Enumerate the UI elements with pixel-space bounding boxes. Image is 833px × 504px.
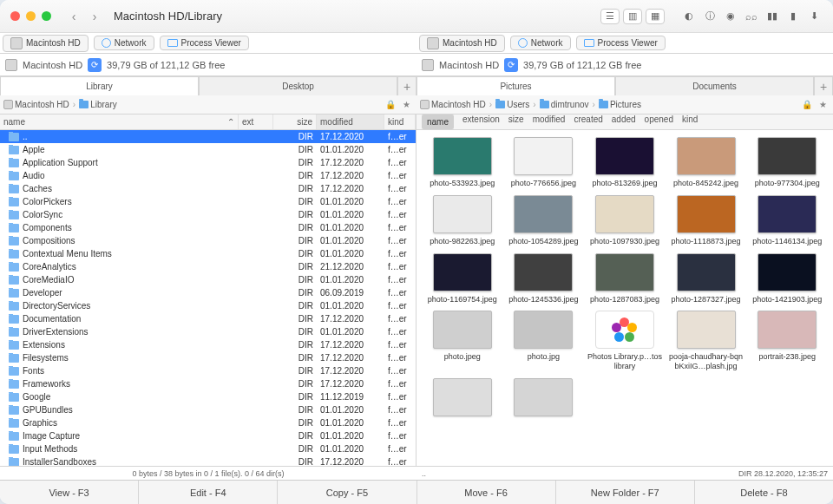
col-kind[interactable]: kind	[682, 115, 698, 129]
add-tab-button[interactable]: +	[814, 76, 833, 95]
tab-desktop[interactable]: Desktop	[199, 76, 397, 95]
file-row[interactable]: ..DIR17.12.2020f…er	[0, 130, 416, 143]
tab-library[interactable]: Library	[0, 76, 199, 95]
move-button[interactable]: Move - F6	[417, 481, 556, 504]
eye-icon[interactable]: ◉	[722, 9, 739, 24]
forward-button[interactable]: ›	[86, 8, 103, 25]
breadcrumb-segment[interactable]: Users	[495, 100, 529, 109]
thumbnail-item[interactable]: photo.jpeg	[423, 311, 502, 371]
file-row[interactable]: Contextual Menu ItemsDIR01.01.2020f…er	[0, 247, 416, 260]
add-tab-button[interactable]: +	[397, 76, 416, 95]
file-row[interactable]: CoreAnalyticsDIR21.12.2020f…er	[0, 260, 416, 273]
breadcrumb-segment[interactable]: Library	[79, 100, 117, 109]
file-list-left[interactable]: ..DIR17.12.2020f…erAppleDIR01.01.2020f…e…	[0, 130, 416, 466]
view-columns-icon[interactable]: ▥	[623, 9, 642, 24]
refresh-button[interactable]: ⟳	[504, 58, 518, 72]
view-grid-icon[interactable]: ▦	[646, 9, 665, 24]
binoculars-icon[interactable]: ⌕⌕	[743, 9, 760, 24]
tab-documents[interactable]: Documents	[615, 76, 814, 95]
col-kind[interactable]: kind	[384, 115, 416, 129]
copy-button[interactable]: Copy - F5	[278, 481, 416, 504]
info-icon[interactable]: ⓘ	[701, 9, 718, 24]
star-icon[interactable]: ★	[816, 98, 830, 112]
view-list-icon[interactable]: ☰	[600, 9, 620, 24]
thumbnail-item[interactable]	[505, 378, 583, 420]
lock-icon[interactable]: 🔒	[384, 98, 397, 112]
thumbnail-item[interactable]: photo-1097930.jpeg	[586, 195, 664, 246]
file-row[interactable]: GPUBundlesDIR01.01.2020f…er	[0, 403, 416, 416]
file-row[interactable]: DriverExtensionsDIR01.01.2020f…er	[0, 325, 416, 338]
down-icon[interactable]: ⬇	[805, 9, 823, 24]
edit-button[interactable]: Edit - F4	[139, 481, 278, 504]
thumbnail-item[interactable]: photo-1421903.jpeg	[748, 253, 826, 304]
back-button[interactable]: ‹	[65, 8, 82, 25]
file-row[interactable]: Image CaptureDIR01.01.2020f…er	[0, 429, 416, 442]
thumbnail-item[interactable]: photo-1146134.jpeg	[748, 195, 826, 246]
col-opened[interactable]: opened	[645, 115, 673, 129]
thumbnail-item[interactable]: photo-845242.jpeg	[667, 137, 745, 188]
star-icon[interactable]: ★	[399, 98, 413, 112]
thumbnail-item[interactable]: photo-1287327.jpeg	[667, 253, 745, 304]
thumbnail-item[interactable]	[423, 378, 502, 420]
file-row[interactable]: FontsDIR17.12.2020f…er	[0, 364, 416, 377]
tab-network-right[interactable]: Network	[510, 36, 571, 50]
zoom-icon[interactable]	[42, 11, 51, 21]
file-row[interactable]: DocumentationDIR17.12.2020f…er	[0, 312, 416, 325]
thumbnail-item[interactable]: photo-1245336.jpeg	[505, 253, 583, 304]
file-row[interactable]: GoogleDIR11.12.2019f…er	[0, 390, 416, 403]
file-row[interactable]: DirectoryServicesDIR01.01.2020f…er	[0, 299, 416, 312]
file-row[interactable]: Input MethodsDIR01.01.2020f…er	[0, 442, 416, 455]
thumbnail-item[interactable]: photo-1118873.jpeg	[667, 195, 745, 246]
col-name[interactable]: name	[422, 115, 454, 129]
thumbnail-item[interactable]: portrait-238.jpeg	[748, 311, 826, 371]
tab-macintosh-right[interactable]: Macintosh HD	[419, 35, 505, 52]
newfolder-button[interactable]: New Folder - F7	[556, 481, 695, 504]
view-button[interactable]: View - F3	[0, 481, 139, 504]
file-row[interactable]: CachesDIR17.12.2020f…er	[0, 182, 416, 195]
icon-grid-right[interactable]: photo-533923.jpegphoto-776656.jpegphoto-…	[416, 130, 833, 466]
thumbnail-item[interactable]: photo.jpg	[505, 311, 583, 371]
tab-process-left[interactable]: Process Viewer	[160, 36, 249, 50]
thumbnail-item[interactable]: photo-533923.jpeg	[423, 137, 502, 188]
breadcrumb-segment[interactable]: dimtrunov	[540, 100, 589, 109]
file-row[interactable]: FrameworksDIR17.12.2020f…er	[0, 377, 416, 390]
thumbnail-item[interactable]: photo-1169754.jpeg	[423, 253, 502, 304]
file-row[interactable]: AudioDIR17.12.2020f…er	[0, 169, 416, 182]
thumbnail-item[interactable]: photo-1054289.jpeg	[505, 195, 583, 246]
col-extension[interactable]: extension	[462, 115, 500, 129]
thumbnail-item[interactable]: pooja-chaudhary-bqnbKxiIG…plash.jpg	[667, 311, 745, 371]
file-row[interactable]: CoreMediaIODIR01.01.2020f…er	[0, 273, 416, 286]
col-size[interactable]: size	[273, 115, 317, 129]
file-row[interactable]: GraphicsDIR01.01.2020f…er	[0, 416, 416, 429]
col-modified[interactable]: modified	[317, 115, 384, 129]
close-icon[interactable]	[10, 11, 20, 21]
col-added[interactable]: added	[612, 115, 636, 129]
tab-pictures[interactable]: Pictures	[416, 76, 615, 95]
lock-icon[interactable]: 🔒	[800, 98, 814, 112]
thumbnail-item[interactable]: photo-977304.jpeg	[748, 137, 826, 188]
delete-button[interactable]: Delete - F8	[695, 481, 833, 504]
file-row[interactable]: DeveloperDIR06.09.2019f…er	[0, 286, 416, 299]
file-row[interactable]: ColorSyncDIR01.01.2020f…er	[0, 208, 416, 221]
col-created[interactable]: created	[574, 115, 602, 129]
file-row[interactable]: Application SupportDIR17.12.2020f…er	[0, 156, 416, 169]
file-row[interactable]: FilesystemsDIR17.12.2020f…er	[0, 351, 416, 364]
tab-macintosh-left[interactable]: Macintosh HD	[3, 35, 89, 52]
tab-network-left[interactable]: Network	[94, 36, 154, 50]
file-row[interactable]: CompositionsDIR01.01.2020f…er	[0, 234, 416, 247]
col-modified[interactable]: modified	[533, 115, 566, 129]
minimize-icon[interactable]	[26, 11, 36, 21]
breadcrumb-segment[interactable]: Macintosh HD	[3, 100, 69, 109]
breadcrumb-segment[interactable]: Pictures	[599, 100, 641, 109]
thumbnail-item[interactable]: photo-1287083.jpeg	[586, 253, 664, 304]
thumbnail-item[interactable]: photo-813269.jpeg	[586, 137, 664, 188]
file-row[interactable]: ColorPickersDIR01.01.2020f…er	[0, 195, 416, 208]
file-row[interactable]: ExtensionsDIR17.12.2020f…er	[0, 338, 416, 351]
breadcrumb-segment[interactable]: Macintosh HD	[420, 100, 486, 109]
panel-icon[interactable]: ▮▮	[764, 9, 781, 24]
file-row[interactable]: InstallerSandboxesDIR17.12.2020f…er	[0, 455, 416, 466]
thumbnail-item[interactable]: Photos Library.p…toslibrary	[586, 311, 664, 371]
tab-process-right[interactable]: Process Viewer	[576, 36, 666, 50]
toggle-icon[interactable]: ◐	[680, 9, 698, 24]
thumbnail-item[interactable]: photo-776656.jpeg	[505, 137, 583, 188]
